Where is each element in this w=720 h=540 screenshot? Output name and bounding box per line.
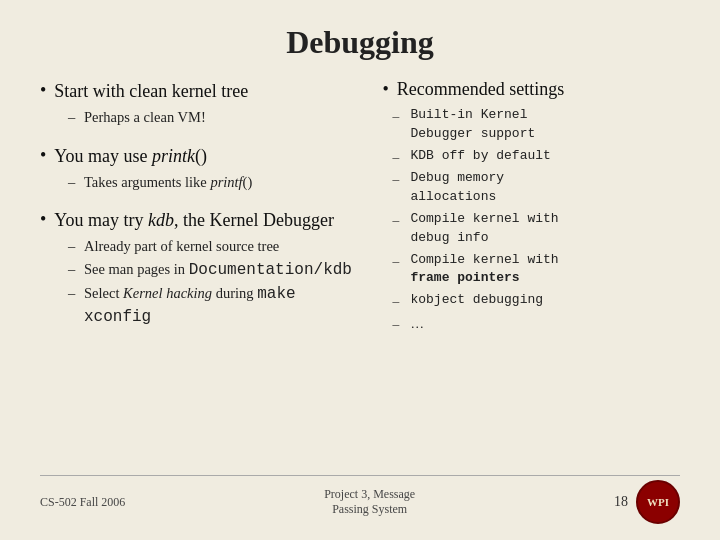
kernel-hacking-italic: Kernel hacking — [123, 285, 212, 301]
doc-kdb-mono: Documentation/kdb — [189, 261, 352, 279]
slide-title: Debugging — [40, 24, 680, 61]
right-sub-6: – kobject debugging — [392, 291, 680, 311]
right-sub-3-text: Debug memoryallocations — [410, 169, 504, 207]
sub-bullet-3c-text: Select Kernel hacking during make xconfi… — [84, 283, 352, 328]
dash-icon: – — [68, 107, 78, 127]
footer-left-text: CS-502 Fall 2006 — [40, 495, 125, 510]
bullet-2-text: You may use printk() — [54, 144, 207, 168]
bullet-3: • You may try kdb, the Kernel Debugger –… — [40, 208, 352, 334]
bullet-3-text: You may try kdb, the Kernel Debugger — [54, 208, 334, 232]
dash-icon: – — [392, 147, 404, 167]
right-header: • Recommended settings — [382, 79, 680, 100]
right-sub-7-text: … — [410, 314, 424, 334]
right-sub-4: – Compile kernel withdebug info — [392, 210, 680, 248]
right-sub-7: – … — [392, 314, 680, 334]
bullet-1: • Start with clean kernel tree – Perhaps… — [40, 79, 352, 134]
sub-bullet-3a-text: Already part of kernel source tree — [84, 236, 279, 256]
bullet-3-main: • You may try kdb, the Kernel Debugger — [40, 208, 352, 232]
kdb-italic: kdb — [148, 210, 174, 230]
dash-icon: – — [68, 259, 78, 279]
bullet-2-symbol: • — [40, 145, 46, 166]
sub-bullet-3b: – See man pages in Documentation/kdb — [68, 259, 352, 281]
dash-icon: – — [392, 210, 404, 230]
footer-right: 18 WPI — [614, 480, 680, 524]
right-column: • Recommended settings – Built-in Kernel… — [372, 79, 680, 467]
sub-bullet-1a-text: Perhaps a clean VM! — [84, 107, 206, 127]
dash-icon: – — [392, 291, 404, 311]
sub-bullet-3a: – Already part of kernel source tree — [68, 236, 352, 256]
sub-bullet-1a: – Perhaps a clean VM! — [68, 107, 352, 127]
printf-italic: printf — [210, 174, 242, 190]
right-sub-bullets: – Built-in KernelDebugger support – KDB … — [392, 106, 680, 336]
bullet-2-main: • You may use printk() — [40, 144, 352, 168]
footer-center-line1: Project 3, Message — [324, 487, 415, 501]
right-bullet-symbol: • — [382, 79, 388, 100]
right-sub-6-text: kobject debugging — [410, 291, 543, 310]
dash-icon: – — [392, 251, 404, 271]
right-sub-4-text: Compile kernel withdebug info — [410, 210, 558, 248]
right-sub-1: – Built-in KernelDebugger support — [392, 106, 680, 144]
dash-icon: – — [392, 314, 404, 334]
right-header-text: Recommended settings — [397, 79, 564, 100]
content-area: • Start with clean kernel tree – Perhaps… — [40, 79, 680, 467]
sub-bullet-3c: – Select Kernel hacking during make xcon… — [68, 283, 352, 328]
dash-icon: – — [68, 236, 78, 256]
dash-icon: – — [68, 283, 78, 303]
slide: Debugging • Start with clean kernel tree… — [0, 0, 720, 540]
printk-text: printk — [152, 146, 195, 166]
right-sub-2: – KDB off by default — [392, 147, 680, 167]
bullet-1-subs: – Perhaps a clean VM! — [68, 107, 352, 127]
bullet-3-symbol: • — [40, 209, 46, 230]
footer: CS-502 Fall 2006 Project 3, Message Pass… — [40, 475, 680, 524]
wpi-logo: WPI — [636, 480, 680, 524]
bullet-1-main: • Start with clean kernel tree — [40, 79, 352, 103]
right-sub-2-text: KDB off by default — [410, 147, 550, 166]
left-column: • Start with clean kernel tree – Perhaps… — [40, 79, 352, 467]
dash-icon: – — [392, 169, 404, 189]
dash-icon: – — [68, 172, 78, 192]
footer-page-number: 18 — [614, 494, 628, 510]
bullet-1-symbol: • — [40, 80, 46, 101]
footer-center-line2: Passing System — [332, 502, 407, 516]
right-sub-3: – Debug memoryallocations — [392, 169, 680, 207]
dash-icon: – — [392, 106, 404, 126]
right-sub-5-text: Compile kernel withframe pointers — [410, 251, 558, 289]
sub-bullet-3b-text: See man pages in Documentation/kdb — [84, 259, 352, 281]
footer-center-text: Project 3, Message Passing System — [324, 487, 415, 517]
wpi-logo-text: WPI — [647, 496, 669, 508]
right-sub-5: – Compile kernel withframe pointers — [392, 251, 680, 289]
right-sub-1-text: Built-in KernelDebugger support — [410, 106, 535, 144]
bullet-1-text: Start with clean kernel tree — [54, 79, 248, 103]
bullet-2: • You may use printk() – Takes arguments… — [40, 144, 352, 199]
bullet-2-subs: – Takes arguments like printf() — [68, 172, 352, 192]
bullet-3-subs: – Already part of kernel source tree – S… — [68, 236, 352, 327]
sub-bullet-2a: – Takes arguments like printf() — [68, 172, 352, 192]
sub-bullet-2a-text: Takes arguments like printf() — [84, 172, 252, 192]
